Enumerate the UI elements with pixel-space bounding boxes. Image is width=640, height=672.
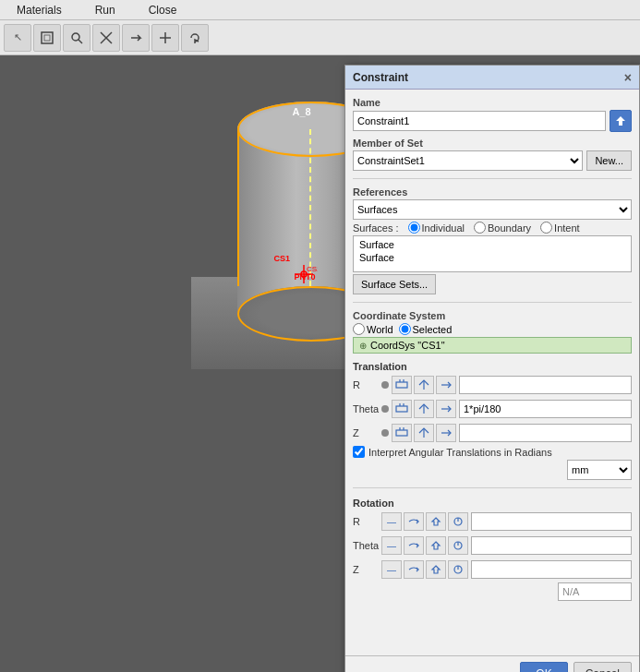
- theta-dot: [381, 405, 389, 413]
- svg-rect-12: [396, 382, 407, 388]
- rot-z-icon-2[interactable]: [404, 560, 424, 579]
- world-radio[interactable]: World: [353, 323, 393, 335]
- svg-rect-1: [44, 35, 50, 41]
- interpret-checkbox-row: Interpret Angular Translations in Radian…: [353, 446, 632, 458]
- svg-rect-22: [396, 430, 407, 436]
- arrow-tool-btn[interactable]: [122, 24, 150, 52]
- name-row: [353, 110, 632, 132]
- rot-theta-icon-2[interactable]: [404, 536, 424, 555]
- rot-r-icons: —: [381, 512, 468, 531]
- z-icon-1[interactable]: [392, 424, 412, 442]
- translation-theta-row: Theta: [353, 398, 632, 420]
- move-tool-btn[interactable]: [151, 24, 179, 52]
- translation-group: Translation R: [353, 359, 632, 480]
- select-tool-btn[interactable]: ↖: [4, 24, 31, 52]
- boundary-radio[interactable]: Boundary: [474, 222, 531, 234]
- z-icon-2[interactable]: [414, 424, 434, 442]
- rot-r-icon-1[interactable]: —: [381, 512, 402, 531]
- theta-input[interactable]: [459, 400, 632, 418]
- member-group: Member of Set ConstraintSet1 New...: [353, 138, 632, 171]
- surfaces-list[interactable]: Surface Surface: [353, 235, 632, 272]
- na-input[interactable]: [558, 582, 632, 601]
- rot-theta-icon-1[interactable]: —: [381, 536, 402, 555]
- intent-radio[interactable]: Intent: [540, 222, 580, 234]
- translation-r-row: R: [353, 374, 632, 396]
- translation-title: Translation: [353, 361, 632, 372]
- coord-icon: ⊕: [359, 341, 367, 351]
- svg-point-2: [72, 33, 79, 41]
- coord-field[interactable]: ⊕ CoordSys "CS1": [353, 337, 632, 354]
- rotate-tool-btn[interactable]: [181, 24, 209, 52]
- a8-label: A_8: [293, 106, 311, 117]
- svg-rect-17: [396, 406, 407, 412]
- name-input[interactable]: [353, 111, 606, 131]
- rot-z-icon-4[interactable]: [448, 560, 468, 579]
- name-label: Name: [353, 97, 632, 108]
- selected-radio[interactable]: Selected: [399, 323, 453, 335]
- unit-select[interactable]: mm cm m in: [567, 460, 632, 480]
- cs1-label: CS1: [274, 254, 291, 263]
- rot-z-label: Z: [353, 564, 379, 575]
- rot-theta-input[interactable]: [471, 536, 632, 555]
- rot-theta-icon-3[interactable]: [426, 536, 446, 555]
- surface-item-2[interactable]: Surface: [356, 251, 629, 264]
- r-icon-3[interactable]: [436, 376, 456, 394]
- references-select[interactable]: Surfaces: [353, 199, 632, 220]
- z-label: Z: [353, 427, 379, 438]
- constraint-dialog: Constraint × Name Member of Set Con: [344, 65, 640, 672]
- new-set-btn[interactable]: New...: [586, 150, 632, 171]
- dialog-footer: OK Cancel: [345, 655, 639, 672]
- unit-row: mm cm m in: [353, 460, 632, 480]
- theta-label: Theta: [353, 403, 379, 414]
- member-select[interactable]: ConstraintSet1: [353, 150, 583, 171]
- z-icons: [392, 424, 456, 442]
- interpret-label: Interpret Angular Translations in Radian…: [368, 447, 552, 458]
- rotation-theta-row: Theta —: [353, 534, 632, 557]
- ok-button[interactable]: OK: [520, 662, 567, 672]
- rot-r-label: R: [353, 516, 379, 527]
- menu-run[interactable]: Run: [78, 2, 132, 18]
- z-icon-3[interactable]: [436, 424, 456, 442]
- rot-z-icon-1[interactable]: —: [381, 560, 402, 579]
- rot-theta-icon-4[interactable]: [448, 536, 468, 555]
- individual-radio[interactable]: Individual: [408, 222, 465, 234]
- svg-line-3: [78, 40, 82, 43]
- theta-icon-1[interactable]: [392, 400, 412, 418]
- references-group: References Surfaces Surfaces : Individua…: [353, 186, 632, 294]
- divider-3: [353, 487, 632, 488]
- rot-r-icon-3[interactable]: [426, 512, 446, 531]
- dialog-body: Name Member of Set ConstraintSet1 New...: [345, 90, 639, 655]
- dialog-close-btn[interactable]: ×: [624, 70, 632, 85]
- divider-2: [353, 302, 632, 303]
- main-area: A_8 CS1 CS1 PNT0 Constraint ×: [0, 55, 640, 672]
- menu-close[interactable]: Close: [132, 2, 194, 18]
- r-input[interactable]: [459, 376, 632, 394]
- r-icon-2[interactable]: [414, 376, 434, 394]
- surface-sets-btn[interactable]: Surface Sets...: [353, 274, 436, 294]
- z-input[interactable]: [459, 424, 632, 442]
- rot-r-input[interactable]: [471, 512, 632, 531]
- rot-z-input[interactable]: [471, 560, 632, 579]
- theta-icon-2[interactable]: [414, 400, 434, 418]
- rot-r-icon-4[interactable]: [448, 512, 468, 531]
- surfaces-label: Surfaces :: [353, 222, 399, 234]
- svg-rect-0: [42, 32, 53, 43]
- theta-icon-3[interactable]: [436, 400, 456, 418]
- coord-sys-group: Coordinate System World Selected ⊕ Coord…: [353, 310, 632, 354]
- dialog-titlebar: Constraint ×: [345, 66, 639, 90]
- zoom-tool-btn[interactable]: [63, 24, 91, 52]
- cancel-button[interactable]: Cancel: [574, 662, 632, 672]
- box-tool-btn[interactable]: [33, 24, 61, 52]
- interpret-checkbox[interactable]: [353, 446, 365, 458]
- name-action-btn[interactable]: [610, 110, 632, 132]
- rot-r-icon-2[interactable]: [404, 512, 424, 531]
- surface-item-1[interactable]: Surface: [356, 238, 629, 251]
- rotation-r-row: R —: [353, 510, 632, 533]
- menu-materials[interactable]: Materials: [0, 2, 78, 18]
- rot-z-icon-3[interactable]: [426, 560, 446, 579]
- r-icon-1[interactable]: [392, 376, 412, 394]
- member-row: ConstraintSet1 New...: [353, 150, 632, 171]
- r-icons: [392, 376, 456, 394]
- rotation-group: Rotation R —: [353, 496, 632, 601]
- cut-tool-btn[interactable]: [92, 24, 120, 52]
